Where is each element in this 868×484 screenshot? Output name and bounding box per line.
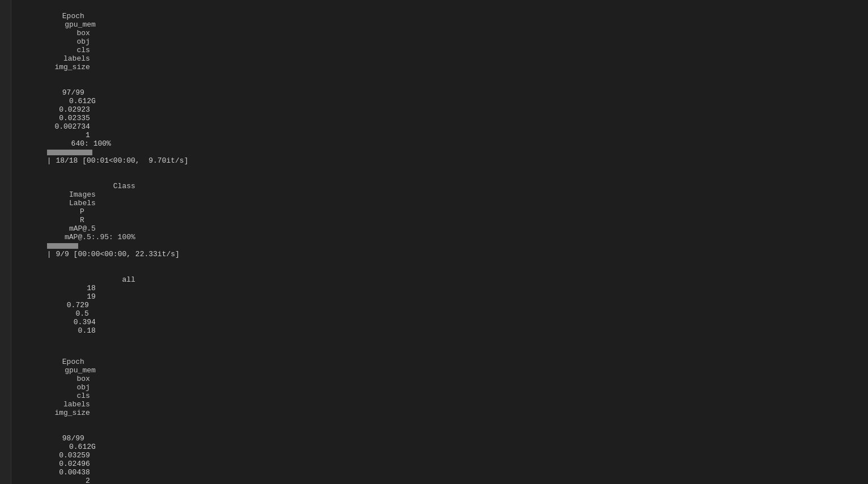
terminal-main[interactable]: Epoch gpu_mem box obj cls labels img_siz… xyxy=(11,0,868,484)
epoch-header-97: Epoch gpu_mem box obj cls labels img_siz… xyxy=(18,3,861,80)
side-tab-favorites[interactable]: 2: Favorites xyxy=(0,0,11,484)
epoch-97-val-row: all 18 19 0.729 0.5 0.394 0.18 xyxy=(18,267,861,343)
epoch-97-val-header: Class Images Labels P R mAP@.5 mAP@.5:.9… xyxy=(18,173,861,267)
progress-bar-97v xyxy=(47,243,78,249)
epoch-98-train: 98/99 0.612G 0.03259 0.02496 0.00438 2 6… xyxy=(18,426,861,484)
progress-bar-97 xyxy=(47,150,92,155)
terminal-window: 2: Favorites Epoch gpu_mem box obj cls l… xyxy=(0,0,868,484)
epoch-header-98: Epoch gpu_mem box obj cls labels img_siz… xyxy=(18,349,861,426)
epoch-97-train: 97/99 0.612G 0.02923 0.02335 0.002734 1 … xyxy=(18,80,861,173)
